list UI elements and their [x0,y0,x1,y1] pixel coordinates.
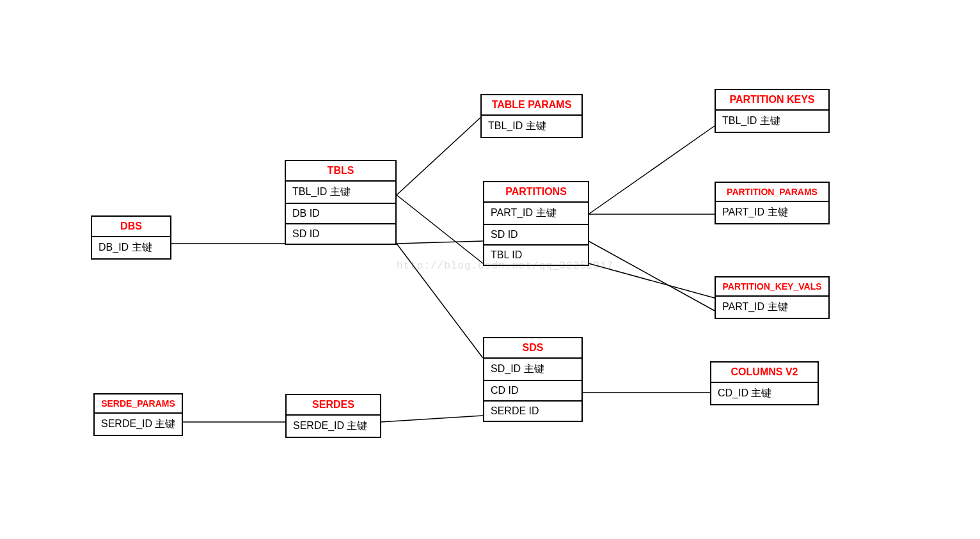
entity-partition-params-row0: PART_ID 主键 [716,202,828,223]
entity-sds-row2: SERDE ID [484,402,581,421]
entity-tbls-row0: TBL_ID 主键 [286,182,395,204]
entity-serdes: SERDES SERDE_ID 主键 [285,394,381,438]
svg-line-10 [381,416,483,422]
entity-columns-v2: COLUMNS V2 CD_ID 主键 [710,361,819,405]
entity-partition-params: PARTITION_PARAMS PART_ID 主键 [715,182,830,224]
entity-serde-params: SERDE_PARAMS SERDE_ID 主键 [93,393,183,436]
svg-line-4 [397,244,483,358]
svg-line-2 [397,195,483,263]
entity-columns-v2-title: COLUMNS V2 [711,363,818,383]
connector-lines [0,0,980,539]
entity-tbls-row1: DB ID [286,204,395,224]
svg-line-5 [589,126,715,214]
entity-partition-key-vals: PARTITION_KEY_VALS PART_ID 主键 [715,276,830,319]
entity-partition-keys-title: PARTITION KEYS [716,90,828,111]
entity-partition-keys: PARTITION KEYS TBL_ID 主键 [715,89,830,133]
entity-partition-key-vals-row0: PART_ID 主键 [716,297,828,318]
svg-line-3 [397,241,483,244]
entity-serdes-title: SERDES [287,395,380,416]
entity-partition-keys-row0: TBL_ID 主键 [716,111,828,132]
entity-partitions-title: PARTITIONS [484,182,588,203]
entity-partitions-row0: PART_ID 主键 [484,203,588,225]
entity-serde-params-row0: SERDE_ID 主键 [95,414,182,435]
entity-partition-key-vals-title: PARTITION_KEY_VALS [716,277,828,297]
entity-table-params: TABLE PARAMS TBL_ID 主键 [480,94,583,138]
entity-tbls-title: TBLS [286,161,395,182]
svg-line-7 [589,263,715,298]
entity-sds-title: SDS [484,338,581,359]
entity-table-params-row0: TBL_ID 主键 [482,116,581,137]
entity-partition-params-title: PARTITION_PARAMS [716,183,828,202]
entity-tbls: TBLS TBL_ID 主键 DB ID SD ID [285,160,397,245]
entity-sds: SDS SD_ID 主键 CD ID SERDE ID [483,337,583,422]
svg-line-1 [397,118,480,195]
entity-dbs-title: DBS [92,217,170,237]
entity-serde-params-title: SERDE_PARAMS [95,394,182,414]
entity-sds-row0: SD_ID 主键 [484,359,581,381]
entity-dbs: DBS DB_ID 主键 [91,215,171,260]
entity-dbs-row0: DB_ID 主键 [92,237,170,258]
entity-columns-v2-row0: CD_ID 主键 [711,383,818,404]
entity-partitions-row2: TBL ID [484,246,588,265]
entity-partitions-row1: SD ID [484,225,588,246]
entity-table-params-title: TABLE PARAMS [482,95,581,116]
entity-serdes-row0: SERDE_ID 主键 [287,416,380,437]
entity-sds-row1: CD ID [484,381,581,402]
entity-tbls-row2: SD ID [286,224,395,244]
svg-line-8 [589,241,715,311]
entity-partitions: PARTITIONS PART_ID 主键 SD ID TBL ID [483,181,589,266]
